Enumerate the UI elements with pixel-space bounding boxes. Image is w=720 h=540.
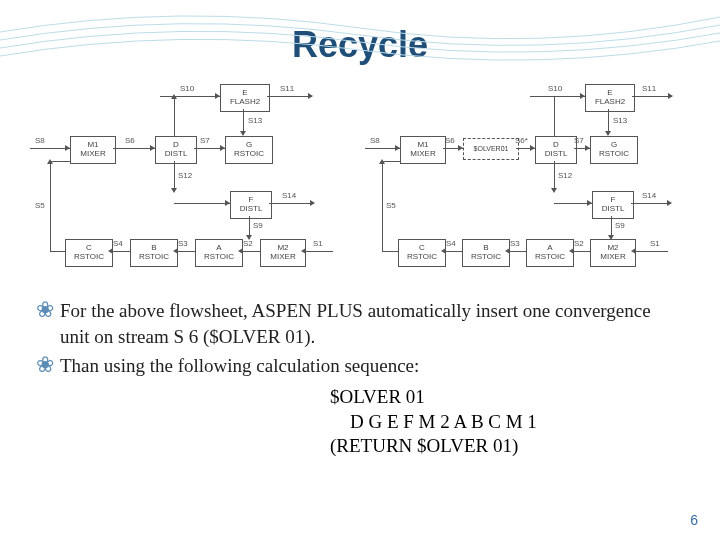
body-text: ❀ For the above flowsheet, ASPEN PLUS au… [0, 286, 720, 379]
stream-s6star-r: S6* [515, 136, 528, 145]
block-c: CRSTOIC [65, 239, 113, 267]
page-title: Recycle [0, 0, 720, 66]
stream-s8: S8 [35, 136, 45, 145]
block-e-r: EFLASH2 [585, 84, 635, 112]
bullet-icon: ❀ [36, 353, 54, 379]
stream-s6-r: S6 [445, 136, 455, 145]
stream-s11-r: S11 [642, 84, 656, 93]
stream-s5: S5 [35, 201, 45, 210]
block-a: ARSTOIC [195, 239, 243, 267]
block-m2-r: M2MIXER [590, 239, 636, 267]
calc-line-2: D G E F M 2 A B C M 1 [330, 410, 720, 435]
block-f: FDISTL [230, 191, 272, 219]
block-e: EFLASH2 [220, 84, 270, 112]
stream-s8-r: S8 [370, 136, 380, 145]
block-m2: M2MIXER [260, 239, 306, 267]
stream-s6: S6 [125, 136, 135, 145]
block-g-r: GRSTOIC [590, 136, 638, 164]
block-a-r: ARSTOIC [526, 239, 574, 267]
stream-s7: S7 [200, 136, 210, 145]
block-m1-r: M1MIXER [400, 136, 446, 164]
calc-line-1: $OLVER 01 [330, 385, 720, 410]
stream-s11: S11 [280, 84, 294, 93]
stream-s7-r: S7 [574, 136, 584, 145]
stream-s13-r: S13 [613, 116, 627, 125]
stream-s9-r: S9 [615, 221, 625, 230]
page-number: 6 [690, 512, 698, 528]
stream-s12: S12 [178, 171, 192, 180]
flowsheet-left: EFLASH2 S10 S11 S13 M1MIXER S8 DDISTL S6… [30, 76, 350, 286]
block-b-r: BRSTOIC [462, 239, 510, 267]
stream-s2: S2 [243, 239, 253, 248]
block-m1: M1MIXER [70, 136, 116, 164]
stream-s2-r: S2 [574, 239, 584, 248]
stream-s1-r: S1 [650, 239, 660, 248]
bullet-2: ❀ Than using the following calculation s… [36, 353, 684, 379]
bullet-2-text: Than using the following calculation seq… [60, 353, 419, 379]
stream-s5-r: S5 [386, 201, 396, 210]
stream-s14-r: S14 [642, 191, 656, 200]
stream-s4: S4 [113, 239, 123, 248]
flowsheet-right: EFLASH2 S10 S11 S13 M1MIXER S8 $OLVER01 … [370, 76, 690, 286]
stream-s10: S10 [180, 84, 194, 93]
stream-s4-r: S4 [446, 239, 456, 248]
bullet-1-text: For the above flowsheet, ASPEN PLUS auto… [60, 298, 684, 349]
block-olver: $OLVER01 [463, 138, 519, 160]
stream-s3-r: S3 [510, 239, 520, 248]
calc-line-3: (RETURN $OLVER 01) [330, 434, 720, 459]
bullet-1: ❀ For the above flowsheet, ASPEN PLUS au… [36, 298, 684, 349]
stream-s14: S14 [282, 191, 296, 200]
block-d: DDISTL [155, 136, 197, 164]
stream-s9: S9 [253, 221, 263, 230]
diagrams-row: EFLASH2 S10 S11 S13 M1MIXER S8 DDISTL S6… [0, 76, 720, 286]
block-d-r: DDISTL [535, 136, 577, 164]
calc-sequence: $OLVER 01 D G E F M 2 A B C M 1 (RETURN … [330, 385, 720, 459]
stream-s1: S1 [313, 239, 323, 248]
block-f-r: FDISTL [592, 191, 634, 219]
bullet-icon: ❀ [36, 298, 54, 349]
stream-s10-r: S10 [548, 84, 562, 93]
stream-s12-r: S12 [558, 171, 572, 180]
block-g: GRSTOIC [225, 136, 273, 164]
block-c-r: CRSTOIC [398, 239, 446, 267]
stream-s13: S13 [248, 116, 262, 125]
stream-s3: S3 [178, 239, 188, 248]
block-b: BRSTOIC [130, 239, 178, 267]
